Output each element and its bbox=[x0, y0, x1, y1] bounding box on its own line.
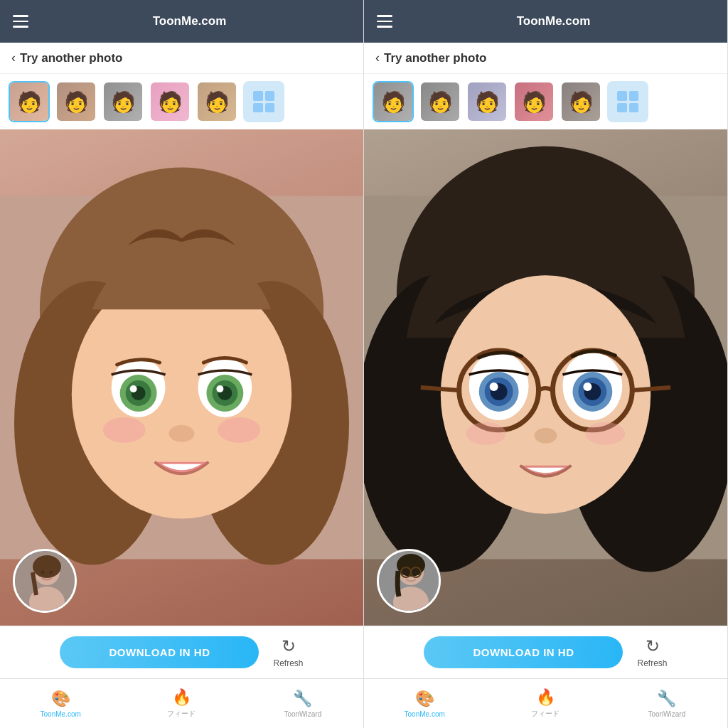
left-style-5[interactable]: 🧑 bbox=[196, 81, 237, 122]
right-style-5[interactable]: 🧑 bbox=[560, 81, 601, 122]
svg-point-45 bbox=[585, 422, 625, 445]
left-back-icon: ‹ bbox=[11, 50, 16, 65]
svg-point-34 bbox=[490, 382, 498, 391]
left-style-4[interactable]: 🧑 bbox=[149, 81, 191, 122]
left-style-3-face: 🧑 bbox=[104, 82, 142, 121]
right-nav-feed-label: フィード bbox=[531, 709, 560, 719]
left-style-1[interactable]: 🧑 bbox=[9, 81, 50, 122]
right-refresh-button[interactable]: ↻ Refresh bbox=[637, 636, 667, 668]
left-style-3[interactable]: 🧑 bbox=[102, 81, 144, 122]
right-style-1-face: 🧑 bbox=[374, 82, 412, 121]
svg-point-10 bbox=[130, 385, 137, 392]
right-style-4-face: 🧑 bbox=[515, 82, 553, 121]
right-original-photo bbox=[377, 549, 441, 613]
svg-point-43 bbox=[535, 428, 557, 444]
svg-point-14 bbox=[216, 385, 223, 392]
right-bottom-nav: 🎨 ToonMe.com 🔥 フィード 🔧 ToonWizard bbox=[364, 678, 727, 728]
svg-point-38 bbox=[583, 382, 592, 391]
svg-point-22 bbox=[41, 571, 45, 574]
left-panel: ToonMe.com ‹ Try another photo 🧑 🧑 🧑 🧑 🧑 bbox=[0, 0, 364, 728]
right-app-title: ToonMe.com bbox=[392, 14, 714, 28]
svg-point-16 bbox=[103, 417, 146, 443]
left-header: ToonMe.com bbox=[0, 0, 363, 43]
left-menu-button[interactable] bbox=[13, 15, 28, 28]
left-style-2[interactable]: 🧑 bbox=[55, 81, 97, 122]
right-style-2[interactable]: 🧑 bbox=[419, 81, 461, 122]
right-back-nav[interactable]: ‹ Try another photo bbox=[364, 43, 727, 74]
right-style-2-face: 🧑 bbox=[421, 82, 459, 121]
right-nav-toonme[interactable]: 🎨 ToonMe.com bbox=[364, 679, 485, 728]
left-style-1-face: 🧑 bbox=[10, 82, 48, 121]
left-download-button[interactable]: DOWNLOAD IN HD bbox=[60, 636, 259, 668]
right-style-grid[interactable] bbox=[607, 81, 648, 122]
right-nav-toonme-icon: 🎨 bbox=[415, 690, 434, 708]
left-style-grid[interactable] bbox=[243, 81, 284, 122]
left-app-title: ToonMe.com bbox=[28, 14, 350, 28]
right-style-5-face: 🧑 bbox=[562, 82, 600, 121]
right-style-selector: 🧑 🧑 🧑 🧑 🧑 bbox=[364, 74, 727, 129]
right-menu-button[interactable] bbox=[377, 15, 392, 28]
right-header: ToonMe.com bbox=[364, 0, 727, 43]
right-back-label: Try another photo bbox=[384, 51, 487, 65]
svg-line-42 bbox=[632, 387, 670, 390]
left-style-selector: 🧑 🧑 🧑 🧑 🧑 bbox=[0, 74, 363, 129]
right-nav-toonme-label: ToonMe.com bbox=[405, 710, 445, 718]
svg-point-44 bbox=[466, 422, 506, 445]
right-nav-wizard-label: ToonWizard bbox=[648, 710, 685, 718]
left-nav-toonme[interactable]: 🎨 ToonMe.com bbox=[0, 679, 121, 728]
right-nav-feed-icon: 🔥 bbox=[536, 688, 555, 707]
svg-point-23 bbox=[50, 571, 53, 574]
svg-point-17 bbox=[218, 417, 260, 443]
left-refresh-icon: ↻ bbox=[282, 636, 296, 656]
svg-point-53 bbox=[405, 571, 407, 574]
left-style-2-face: 🧑 bbox=[57, 82, 95, 121]
left-refresh-label: Refresh bbox=[273, 658, 303, 668]
left-main-image bbox=[0, 129, 363, 626]
left-nav-feed-label: フィード bbox=[167, 709, 196, 719]
left-nav-toonme-label: ToonMe.com bbox=[41, 710, 81, 718]
right-style-3[interactable]: 🧑 bbox=[466, 81, 508, 122]
left-nav-wizard-label: ToonWizard bbox=[284, 710, 321, 718]
right-back-icon: ‹ bbox=[375, 50, 380, 65]
right-style-3-face: 🧑 bbox=[468, 82, 506, 121]
left-nav-feed-icon: 🔥 bbox=[172, 688, 191, 707]
left-grid-icon bbox=[253, 91, 274, 112]
left-nav-toonme-icon: 🎨 bbox=[51, 690, 70, 708]
left-style-5-face: 🧑 bbox=[198, 82, 236, 121]
right-panel: ToonMe.com ‹ Try another photo 🧑 🧑 🧑 🧑 🧑 bbox=[364, 0, 728, 728]
right-download-button[interactable]: DOWNLOAD IN HD bbox=[424, 636, 623, 668]
left-original-photo bbox=[13, 549, 77, 613]
right-refresh-label: Refresh bbox=[637, 658, 667, 668]
right-refresh-icon: ↻ bbox=[646, 636, 660, 656]
left-refresh-button[interactable]: ↻ Refresh bbox=[273, 636, 303, 668]
right-style-1[interactable]: 🧑 bbox=[373, 81, 414, 122]
left-nav-wizard-icon: 🔧 bbox=[293, 690, 312, 708]
left-action-bar: DOWNLOAD IN HD ↻ Refresh bbox=[0, 626, 363, 678]
left-style-4-face: 🧑 bbox=[151, 82, 189, 121]
svg-line-41 bbox=[421, 387, 459, 390]
left-back-nav[interactable]: ‹ Try another photo bbox=[0, 43, 363, 74]
right-nav-feed[interactable]: 🔥 フィード bbox=[485, 679, 606, 728]
right-main-image bbox=[364, 129, 727, 626]
left-nav-wizard[interactable]: 🔧 ToonWizard bbox=[242, 679, 363, 728]
right-grid-icon bbox=[617, 91, 638, 112]
svg-point-21 bbox=[33, 555, 61, 578]
left-nav-feed[interactable]: 🔥 フィード bbox=[121, 679, 242, 728]
right-action-bar: DOWNLOAD IN HD ↻ Refresh bbox=[364, 626, 727, 678]
svg-point-15 bbox=[169, 425, 195, 442]
right-nav-wizard-icon: 🔧 bbox=[657, 690, 676, 708]
svg-point-54 bbox=[414, 571, 417, 574]
left-back-label: Try another photo bbox=[20, 51, 123, 65]
right-nav-wizard[interactable]: 🔧 ToonWizard bbox=[606, 679, 727, 728]
right-style-4[interactable]: 🧑 bbox=[513, 81, 555, 122]
left-bottom-nav: 🎨 ToonMe.com 🔥 フィード 🔧 ToonWizard bbox=[0, 678, 363, 728]
